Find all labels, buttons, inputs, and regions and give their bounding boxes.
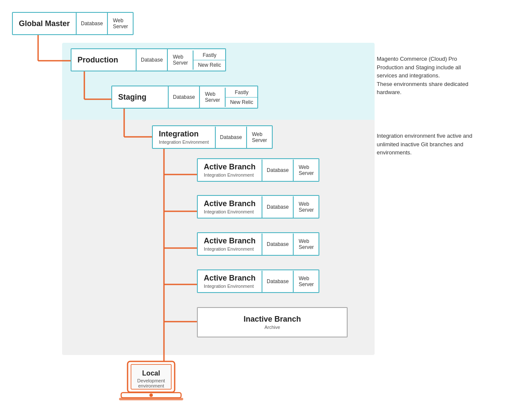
staging-db: Database [168, 86, 199, 108]
global-master-db: Database [76, 13, 107, 34]
active-branch-2-title: Active Branch [204, 199, 256, 208]
laptop-icon: Local Development environment [119, 359, 183, 404]
production-db: Database [136, 49, 167, 71]
inactive-branch-title: Inactive Branch [244, 315, 301, 324]
production-fastly: Fastly [194, 50, 225, 60]
staging-newrelic: New Relic [226, 98, 257, 107]
active-branch-4-db: Database [262, 271, 293, 292]
integration-annotation-text: Integration environment five active andu… [377, 133, 472, 156]
inactive-branch-box: Inactive Branch Archive [197, 307, 348, 337]
active-branch-2-box: Active Branch Integration Environment Da… [197, 195, 319, 219]
integration-db: Database [215, 127, 246, 148]
svg-point-20 [149, 393, 153, 397]
active-branch-1-title: Active Branch [204, 163, 256, 172]
active-branch-1-db: Database [262, 160, 293, 181]
active-branch-1-subtitle: Integration Environment [204, 172, 254, 177]
svg-text:environment: environment [138, 383, 164, 388]
staging-title: Staging [118, 93, 146, 102]
active-branch-2-db: Database [262, 196, 293, 218]
global-master-box: Global Master Database Web Server [12, 12, 134, 35]
integration-subtitle: Integration Environment [159, 139, 209, 145]
integration-box: Integration Integration Environment Data… [152, 125, 273, 149]
active-branch-1-web: Web Server [293, 160, 319, 181]
staging-extras: Fastly New Relic [225, 88, 257, 107]
global-master-title: Global Master [19, 19, 70, 28]
pro-annotation-text: Magento Commerce (Cloud) ProProduction a… [377, 56, 468, 95]
global-master-web: Web Server [107, 13, 133, 34]
production-newrelic: New Relic [194, 60, 225, 70]
active-branch-3-db: Database [262, 234, 293, 255]
diagram-container: Global Master Database Web Server Produc… [0, 0, 518, 420]
integration-web: Web Server [246, 127, 272, 148]
active-branch-3-web: Web Server [293, 234, 319, 255]
production-extras: Fastly New Relic [193, 50, 225, 70]
staging-web: Web Server [199, 86, 225, 108]
local-section: Local Development environment [119, 359, 183, 404]
svg-rect-21 [119, 398, 183, 400]
active-branch-4-title: Active Branch [204, 274, 256, 283]
integration-annotation: Integration environment five active andu… [377, 132, 472, 157]
inactive-branch-subtitle: Archive [265, 325, 280, 330]
active-branch-2-web: Web Server [293, 196, 319, 218]
active-branch-3-subtitle: Integration Environment [204, 246, 254, 251]
active-branch-1-box: Active Branch Integration Environment Da… [197, 158, 319, 182]
production-web: Web Server [167, 49, 193, 71]
pro-annotation: Magento Commerce (Cloud) ProProduction a… [377, 55, 468, 97]
svg-text:Local: Local [142, 370, 160, 377]
active-branch-3-title: Active Branch [204, 237, 256, 245]
active-branch-4-web: Web Server [293, 271, 319, 292]
active-branch-4-subtitle: Integration Environment [204, 284, 254, 289]
production-box: Production Database Web Server Fastly Ne… [71, 48, 226, 71]
staging-fastly: Fastly [226, 88, 257, 98]
active-branch-3-box: Active Branch Integration Environment Da… [197, 232, 319, 256]
production-title: Production [77, 56, 118, 65]
staging-box: Staging Database Web Server Fastly New R… [111, 86, 258, 109]
active-branch-2-subtitle: Integration Environment [204, 209, 254, 214]
integration-title: Integration [159, 130, 199, 139]
active-branch-4-box: Active Branch Integration Environment Da… [197, 269, 319, 293]
svg-text:Development: Development [137, 378, 165, 383]
